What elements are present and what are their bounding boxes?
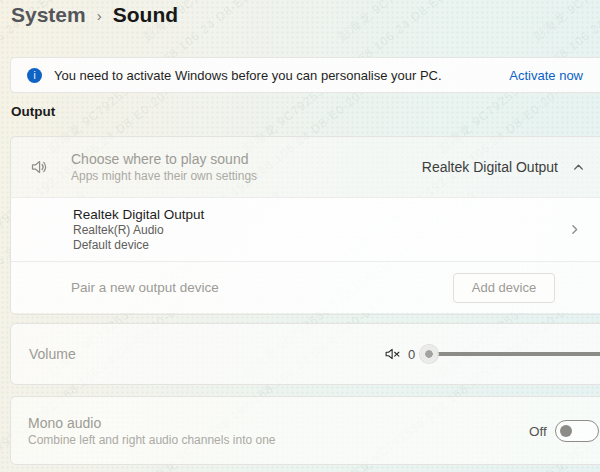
volume-card: Volume 0: [10, 323, 600, 385]
pair-device-row: Pair a new output device Add device: [11, 262, 600, 313]
breadcrumb-separator: ›: [97, 7, 102, 24]
choose-output-row[interactable]: Choose where to play sound Apps might ha…: [11, 137, 600, 197]
chevron-right-icon: [568, 223, 581, 236]
activation-message: You need to activate Windows before you …: [54, 68, 442, 83]
muted-speaker-icon[interactable]: [384, 346, 401, 363]
page-title: Sound: [113, 3, 178, 27]
activation-banner: i You need to activate Windows before yo…: [10, 57, 600, 93]
info-icon: i: [27, 68, 42, 83]
output-device-card: Choose where to play sound Apps might ha…: [10, 136, 600, 315]
toggle-knob: [560, 425, 572, 437]
speaker-icon: [30, 157, 50, 177]
mono-audio-subtitle: Combine left and right audio channels in…: [28, 433, 276, 447]
volume-value: 0: [408, 347, 415, 362]
output-section-heading: Output: [11, 104, 55, 119]
selected-output-device: Realtek Digital Output: [422, 159, 558, 175]
choose-output-title: Choose where to play sound: [71, 151, 257, 167]
mono-audio-text: Mono audio Combine left and right audio …: [28, 415, 276, 447]
choose-output-subtitle: Apps might have their own settings: [71, 169, 257, 183]
activate-now-link[interactable]: Activate now: [509, 68, 583, 83]
volume-slider-track: [429, 352, 600, 356]
output-device-dropdown[interactable]: Realtek Digital Output: [422, 159, 585, 175]
device-status: Default device: [73, 238, 204, 252]
volume-slider[interactable]: [417, 324, 600, 384]
settings-window: 彭海龙 9C792536 192.168.106.24 D8-E0-20-63彭…: [0, 0, 600, 472]
breadcrumb-system[interactable]: System: [11, 3, 86, 27]
mono-audio-toggle[interactable]: [555, 420, 599, 442]
volume-slider-thumb[interactable]: [420, 345, 438, 363]
output-device-item[interactable]: Realtek Digital Output Realtek(R) Audio …: [11, 197, 600, 262]
mono-audio-state: Off: [529, 423, 547, 438]
device-name: Realtek Digital Output: [73, 207, 204, 222]
choose-output-text: Choose where to play sound Apps might ha…: [71, 151, 257, 183]
mono-audio-card: Mono audio Combine left and right audio …: [10, 396, 600, 465]
mono-audio-title: Mono audio: [28, 415, 276, 431]
breadcrumb: System › Sound: [11, 3, 178, 27]
volume-label: Volume: [29, 346, 76, 362]
pair-device-label: Pair a new output device: [71, 280, 219, 295]
device-driver: Realtek(R) Audio: [73, 223, 204, 237]
output-device-info: Realtek Digital Output Realtek(R) Audio …: [73, 207, 204, 252]
chevron-up-icon: [572, 161, 585, 174]
add-device-button[interactable]: Add device: [453, 273, 555, 303]
